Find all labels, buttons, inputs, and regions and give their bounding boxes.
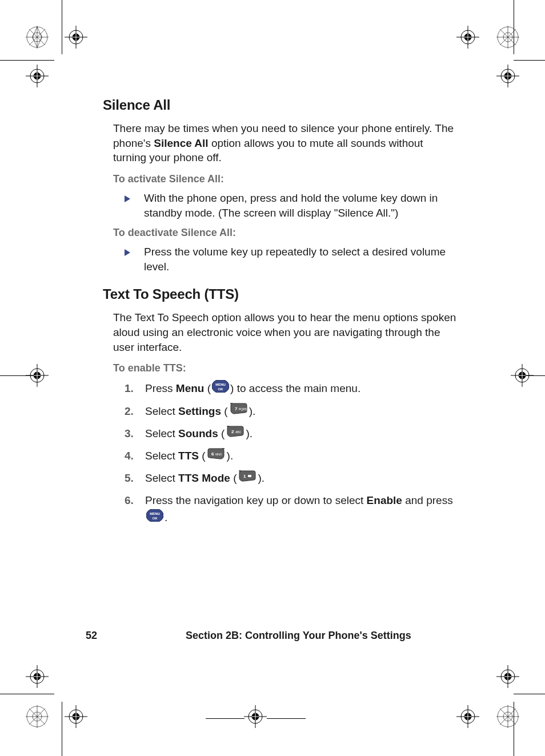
registration-mark xyxy=(496,26,519,51)
text: ). xyxy=(258,472,265,484)
svg-line-8 xyxy=(37,37,42,47)
text: ). xyxy=(246,427,253,439)
svg-rect-106 xyxy=(248,475,251,477)
step-1: Press Menu () to access the main menu. xyxy=(125,380,457,398)
registration-mark xyxy=(496,65,519,90)
crop-mark xyxy=(62,0,62,54)
step-4: Select TTS (6MNO). xyxy=(125,447,457,465)
text-bold: Silence All xyxy=(154,137,208,149)
registration-mark xyxy=(496,665,519,690)
crop-mark xyxy=(514,694,545,694)
text: ( xyxy=(221,405,228,417)
silence-intro: There may be times when you need to sile… xyxy=(113,121,457,165)
bullet-text: Press the volume key up repeatedly to se… xyxy=(144,245,457,274)
step-2: Select Settings (7PQRS). xyxy=(125,403,457,421)
text: . xyxy=(165,511,167,523)
footer-section-title: Section 2B: Controlling Your Phone's Set… xyxy=(186,630,411,641)
text-bold: Enable xyxy=(367,494,402,506)
triangle-bullet-icon xyxy=(125,194,131,205)
text: Press xyxy=(145,382,176,394)
text: and press xyxy=(402,494,453,506)
text: Select xyxy=(145,427,178,439)
text: Press the navigation key up or down to s… xyxy=(145,494,367,506)
text: ( xyxy=(218,427,225,439)
svg-line-6 xyxy=(37,27,42,37)
registration-mark xyxy=(26,705,49,730)
step-5: Select TTS Mode (1). xyxy=(125,470,457,487)
step-3: Select Sounds (2ABC). xyxy=(125,425,457,443)
text: Select xyxy=(145,405,178,417)
tts-intro: The Text To Speech option allows you to … xyxy=(113,310,457,354)
text: ). xyxy=(249,405,256,417)
registration-mark xyxy=(65,705,87,730)
text: ( xyxy=(199,450,206,462)
bullet-activate: With the phone open, press and hold the … xyxy=(125,191,457,220)
text: ( xyxy=(230,472,237,484)
svg-text:ABC: ABC xyxy=(235,430,242,434)
registration-mark xyxy=(26,65,49,90)
menu-ok-key-icon xyxy=(146,509,163,526)
svg-text:2: 2 xyxy=(231,429,234,434)
tts-steps: Press Menu () to access the main menu. S… xyxy=(125,380,457,527)
heading-silence-all: Silence All xyxy=(103,97,457,113)
text-bold: TTS xyxy=(178,450,199,462)
text-bold: TTS Mode xyxy=(178,472,230,484)
text-bold: Menu xyxy=(176,382,205,394)
key-6-icon: 6MNO xyxy=(207,447,226,465)
key-7-icon: 7PQRS xyxy=(229,402,248,419)
crop-mark xyxy=(0,60,54,61)
text: ( xyxy=(204,382,211,394)
registration-mark xyxy=(26,364,49,389)
registration-mark xyxy=(65,26,87,51)
text-bold: Sounds xyxy=(178,427,218,439)
subhead-deactivate: To deactivate Silence All: xyxy=(113,227,457,239)
heading-tts: Text To Speech (TTS) xyxy=(103,286,457,302)
bullet-deactivate: Press the volume key up repeatedly to se… xyxy=(125,245,457,274)
triangle-bullet-icon xyxy=(125,248,131,258)
svg-line-7 xyxy=(33,27,37,37)
svg-marker-98 xyxy=(125,249,130,256)
svg-text:1: 1 xyxy=(243,474,246,479)
key-1-icon: 1 xyxy=(238,470,257,487)
svg-text:PQRS: PQRS xyxy=(239,407,247,411)
page-footer: 52 Section 2B: Controlling Your Phone's … xyxy=(86,630,468,642)
registration-mark xyxy=(26,665,49,690)
step-6: Press the navigation key up or down to s… xyxy=(125,492,457,527)
svg-line-9 xyxy=(33,37,37,47)
text: ). xyxy=(227,450,234,462)
svg-text:MNO: MNO xyxy=(215,453,222,456)
page-number: 52 xyxy=(86,630,97,641)
svg-text:7: 7 xyxy=(235,406,238,411)
subhead-activate: To activate Silence All: xyxy=(113,173,457,185)
registration-mark xyxy=(456,26,479,51)
svg-marker-97 xyxy=(125,195,130,202)
crop-mark xyxy=(206,718,245,719)
menu-ok-key-icon xyxy=(212,380,229,397)
text: Select xyxy=(145,450,178,462)
crop-mark xyxy=(267,718,306,719)
crop-mark xyxy=(514,60,545,61)
registration-mark xyxy=(244,705,267,730)
text: Select xyxy=(145,472,178,484)
svg-text:6: 6 xyxy=(211,451,214,457)
registration-mark xyxy=(456,705,479,730)
crop-mark xyxy=(0,694,54,694)
text: to access the main menu. xyxy=(234,382,360,394)
registration-mark xyxy=(511,364,534,389)
subhead-enable-tts: To enable TTS: xyxy=(113,362,457,374)
registration-mark xyxy=(26,26,49,51)
registration-mark xyxy=(496,705,519,730)
key-2-icon: 2ABC xyxy=(226,425,245,442)
bullet-text: With the phone open, press and hold the … xyxy=(144,191,457,220)
text-bold: Settings xyxy=(178,405,221,417)
crop-mark xyxy=(62,702,62,756)
